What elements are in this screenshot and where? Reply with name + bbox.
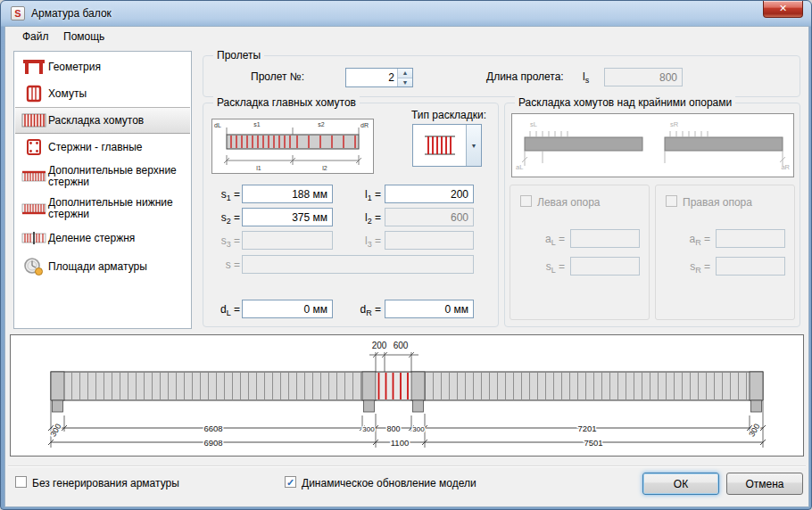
main-bars-icon xyxy=(20,138,48,156)
menu-file[interactable]: Файл xyxy=(13,28,58,45)
layout-type-dropdown[interactable]: ▼ xyxy=(412,124,482,167)
s1-input[interactable] xyxy=(242,185,333,203)
dr-label: dR = xyxy=(351,303,381,317)
cancel-button[interactable]: Отмена xyxy=(726,473,803,495)
spinner-buttons: ▲ ▼ xyxy=(397,69,412,86)
dim-label: aL xyxy=(516,163,523,171)
edge-supports-schematic: sL sR aL aR xyxy=(511,113,794,177)
dim-label: s1 xyxy=(253,121,261,128)
stirrup-layout-schematic: dL s1 s2 dR l1 l2 xyxy=(211,119,374,174)
dim-label: s2 xyxy=(318,121,325,128)
dr-input[interactable] xyxy=(385,300,474,318)
reinforcement-areas-icon xyxy=(20,257,48,276)
dynamic-update-checkbox[interactable]: ✓ xyxy=(285,476,296,488)
window-title: Арматура балок xyxy=(31,7,112,20)
sidebar-item-additional-bottom-bars[interactable]: Дополнительные нижние стержни xyxy=(15,193,190,225)
sidebar-item-geometry[interactable]: Геометрия xyxy=(15,53,190,80)
span-number-label: Пролет №: xyxy=(251,70,304,83)
l2-label: l2 = xyxy=(351,211,381,226)
al-label: aL = xyxy=(534,233,565,247)
dim-label: sL xyxy=(530,120,537,128)
layout-type-label: Тип раскладки: xyxy=(411,109,486,121)
spans-group-title: Пролеты xyxy=(213,49,264,62)
sidebar-item-label: Дополнительные нижние стержни xyxy=(48,197,190,220)
ar-label: aR = xyxy=(680,233,710,247)
sidebar-item-additional-top-bars[interactable]: Дополнительные верхние стержни xyxy=(15,160,190,193)
sl-label: sL = xyxy=(534,260,565,275)
no-generation-checkbox[interactable] xyxy=(15,476,27,488)
edge-supports-group-title: Раскладка хомутов над крайними опорами xyxy=(515,96,735,109)
l3-input xyxy=(385,231,474,250)
ok-button[interactable]: ОК xyxy=(642,473,719,495)
sidebar-item-label: Хомуты xyxy=(48,88,88,100)
s3-input xyxy=(242,231,333,250)
check-icon: ✓ xyxy=(286,477,294,488)
dim-label: aR xyxy=(781,163,790,171)
sidebar-item-stirrups[interactable]: Хомуты xyxy=(15,80,190,107)
l2-input xyxy=(385,208,474,226)
right-support-label: Правая опора xyxy=(683,196,752,209)
span-length-input xyxy=(604,68,683,86)
s2-label: s2 = xyxy=(210,211,240,226)
ar-input xyxy=(716,229,785,248)
titlebar[interactable]: S Арматура балок xyxy=(1,1,811,26)
app-icon: S xyxy=(11,6,25,21)
layout-type-icon xyxy=(413,125,466,166)
sidebar-item-label: Площади арматуры xyxy=(48,261,149,273)
left-support-checkbox xyxy=(520,195,532,207)
sidebar-item-label: Стержни - главные xyxy=(48,142,145,153)
sidebar-item-main-bars[interactable]: Стержни - главные xyxy=(15,134,190,160)
al-input xyxy=(570,229,640,248)
spinner-up-button[interactable]: ▲ xyxy=(398,69,412,78)
stirrups-icon xyxy=(20,85,48,103)
sidebar-item-label: Дополнительные верхние стержни xyxy=(48,165,190,188)
sidebar-item-label: Раскладка хомутов xyxy=(48,115,145,127)
span-length-symbol: ls xyxy=(583,70,589,85)
dim-label: l1 xyxy=(256,165,261,171)
close-icon: ✕ xyxy=(779,3,787,13)
dim-label: dR xyxy=(360,122,369,128)
additional-top-bars-icon xyxy=(20,169,48,184)
s-input xyxy=(242,255,474,274)
sidebar-item-stirrup-layout[interactable]: Раскладка хомутов xyxy=(15,107,190,134)
dim-label: 7501 xyxy=(584,438,602,448)
sidebar-item-label: Деление стержня xyxy=(48,233,137,244)
l3-label: l3 = xyxy=(351,234,381,249)
dim-label: 1100 xyxy=(391,438,409,448)
s-label: s = xyxy=(210,259,240,271)
close-button[interactable]: ✕ xyxy=(763,1,803,18)
dim-label: 300 xyxy=(362,425,375,433)
s2-input[interactable] xyxy=(242,208,333,226)
l1-label: l1 = xyxy=(351,188,381,202)
spinner-down-button[interactable]: ▼ xyxy=(398,78,412,87)
dynamic-update-label: Динамическое обновление модели xyxy=(302,477,476,489)
dim-label: 7201 xyxy=(577,424,596,433)
beam-elevation-panel: 200 600 300 6608 300 800 300 7201 300 69… xyxy=(10,334,804,457)
span-number-input[interactable] xyxy=(346,69,397,86)
dl-label: dL = xyxy=(210,303,240,317)
dim-label: l2 xyxy=(322,165,327,171)
bar-division-icon xyxy=(20,231,48,245)
dim-label: dL xyxy=(214,122,221,128)
s3-label: s3 = xyxy=(210,234,240,249)
span-length-label: Длина пролета: xyxy=(486,70,564,83)
l1-input[interactable] xyxy=(385,185,474,203)
dim-label: 800 xyxy=(386,424,400,433)
s1-label: s1 = xyxy=(210,188,240,202)
dl-input[interactable] xyxy=(242,300,333,318)
additional-bottom-bars-icon xyxy=(20,202,48,216)
dim-label: 600 xyxy=(394,341,409,350)
dim-label: sR xyxy=(670,120,679,128)
span-number-spinner: ▲ ▼ xyxy=(345,68,413,87)
chevron-down-icon[interactable]: ▼ xyxy=(466,125,481,166)
main-stirrup-layout-title: Раскладка главных хомутов xyxy=(213,96,360,109)
footer-divider xyxy=(8,465,806,467)
dim-label: 200 xyxy=(372,341,387,350)
sr-input xyxy=(716,257,785,276)
sidebar: Геометрия Хомуты Раскладка хомутов Стерж… xyxy=(13,51,192,329)
sidebar-item-bar-division[interactable]: Деление стержня xyxy=(15,225,190,251)
beam-elevation-diagram: 200 600 300 6608 300 800 300 7201 300 69… xyxy=(11,335,803,456)
no-generation-label: Без генерирования арматуры xyxy=(32,477,179,489)
menu-help[interactable]: Помощь xyxy=(54,28,113,45)
sidebar-item-reinforcement-areas[interactable]: Площади арматуры xyxy=(15,251,190,282)
